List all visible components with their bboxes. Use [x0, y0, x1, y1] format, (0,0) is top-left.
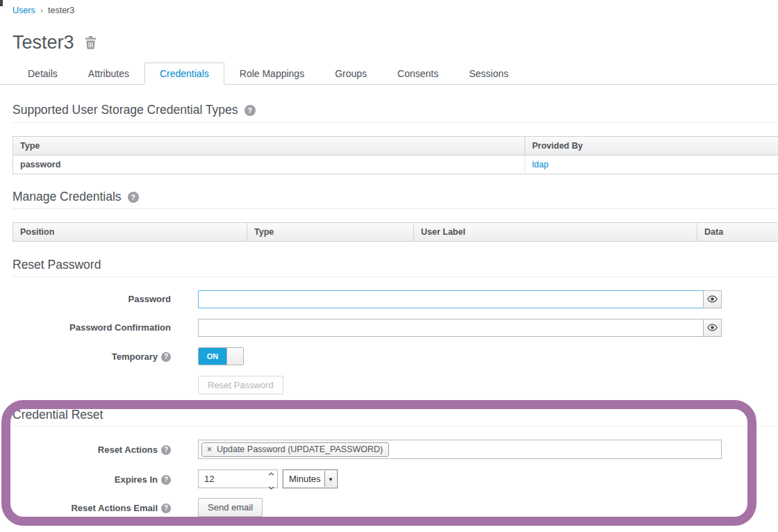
delete-user-button[interactable]	[85, 36, 97, 49]
toggle-on-label: ON	[199, 348, 226, 365]
breadcrumb-users-link[interactable]: Users	[13, 6, 35, 15]
help-icon[interactable]: ?	[161, 352, 171, 362]
page-header: Tester3	[13, 32, 97, 53]
section-divider	[13, 426, 778, 426]
reset-actions-label-text: Reset Actions	[98, 444, 158, 455]
ldap-provider-link[interactable]: ldap	[532, 160, 549, 169]
column-header-type: Type	[13, 137, 525, 155]
section-divider	[13, 208, 778, 209]
reset-password-title: Reset Password	[13, 258, 101, 272]
manage-credentials-title: Manage Credentials ?	[13, 190, 139, 204]
tab-details[interactable]: Details	[13, 63, 73, 85]
number-spinner[interactable]	[268, 470, 274, 488]
password-confirmation-input[interactable]	[198, 319, 704, 337]
help-icon[interactable]: ?	[161, 504, 171, 513]
tab-groups[interactable]: Groups	[320, 63, 382, 85]
expires-in-input[interactable]	[199, 470, 260, 488]
tab-sessions[interactable]: Sessions	[454, 63, 524, 85]
cell-provided-by: ldap	[525, 156, 778, 174]
expires-in-label: Expires In ?	[0, 474, 171, 485]
breadcrumb-current: tester3	[48, 6, 74, 15]
section-divider	[13, 122, 778, 123]
tab-attributes[interactable]: Attributes	[73, 63, 144, 85]
remove-action-icon[interactable]: ×	[207, 445, 212, 454]
column-header-data: Data	[697, 223, 778, 241]
table-header-row: Type Provided By	[13, 137, 778, 155]
tab-consents[interactable]: Consents	[382, 63, 454, 85]
storage-section-title-text: Supported User Storage Credential Types	[13, 103, 238, 117]
expires-in-label-text: Expires In	[115, 474, 158, 485]
temporary-label: Temporary ?	[0, 351, 171, 362]
user-credentials-page: Users › tester3 Tester3 Details Attribut…	[0, 0, 778, 532]
selected-unit: Minutes	[289, 474, 321, 484]
reset-password-button[interactable]: Reset Password	[198, 376, 283, 394]
selected-action-chip: × Update Password (UPDATE_PASSWORD)	[201, 442, 389, 457]
manage-credentials-table: Position Type User Label Data	[13, 222, 778, 242]
help-icon[interactable]: ?	[245, 105, 256, 116]
storage-credential-types-table: Type Provided By password ldap	[13, 136, 778, 174]
reset-actions-select[interactable]: × Update Password (UPDATE_PASSWORD)	[198, 440, 722, 459]
selected-action-label: Update Password (UPDATE_PASSWORD)	[217, 444, 383, 454]
chevron-down-icon: ▾	[324, 471, 336, 487]
eye-icon	[707, 323, 718, 333]
section-divider	[13, 276, 778, 277]
cell-credential-type: password	[13, 156, 525, 174]
send-email-button[interactable]: Send email	[198, 498, 263, 517]
help-icon[interactable]: ?	[128, 192, 139, 203]
reset-actions-label: Reset Actions ?	[0, 444, 171, 455]
password-confirmation-label: Password Confirmation	[0, 322, 171, 333]
table-row: password ldap	[13, 155, 778, 174]
expires-in-field	[198, 469, 278, 488]
credential-reset-title: Credential Reset	[13, 408, 103, 422]
password-input[interactable]	[198, 290, 704, 308]
show-password-button[interactable]	[703, 290, 722, 308]
table-header-row: Position Type User Label Data	[13, 223, 778, 241]
column-header-position: Position	[13, 223, 247, 241]
column-header-type: Type	[247, 223, 414, 241]
tab-credentials[interactable]: Credentials	[144, 63, 224, 85]
tab-role-mappings[interactable]: Role Mappings	[224, 63, 320, 85]
reset-password-title-text: Reset Password	[13, 258, 101, 272]
tab-bar: Details Attributes Credentials Role Mapp…	[13, 63, 524, 85]
breadcrumb-separator: ›	[40, 5, 43, 15]
column-header-user-label: User Label	[414, 223, 697, 241]
expires-in-unit-select[interactable]: Minutes ▾	[283, 469, 338, 488]
credential-reset-title-text: Credential Reset	[13, 408, 103, 422]
manage-credentials-title-text: Manage Credentials	[13, 190, 122, 204]
spinner-up-icon	[268, 466, 274, 479]
page-title: Tester3	[13, 32, 74, 53]
reset-actions-email-label-text: Reset Actions Email	[71, 503, 158, 513]
reset-actions-email-label: Reset Actions Email ?	[0, 503, 171, 513]
password-confirmation-label-text: Password Confirmation	[69, 322, 171, 333]
spinner-down-icon	[268, 480, 274, 492]
help-icon[interactable]: ?	[161, 475, 171, 485]
eye-icon	[707, 294, 718, 305]
breadcrumb: Users › tester3	[13, 5, 74, 15]
temporary-label-text: Temporary	[112, 351, 158, 362]
password-label: Password	[0, 294, 171, 304]
show-password-confirmation-button[interactable]	[703, 319, 722, 337]
screen-corner-artifact	[0, 0, 3, 6]
column-header-provided-by: Provided By	[525, 137, 778, 155]
temporary-toggle[interactable]: ON	[198, 347, 244, 365]
storage-section-title: Supported User Storage Credential Types …	[13, 103, 256, 117]
toggle-knob	[226, 348, 243, 365]
help-icon[interactable]: ?	[161, 445, 171, 455]
password-label-text: Password	[129, 294, 171, 304]
trash-icon	[85, 41, 97, 51]
